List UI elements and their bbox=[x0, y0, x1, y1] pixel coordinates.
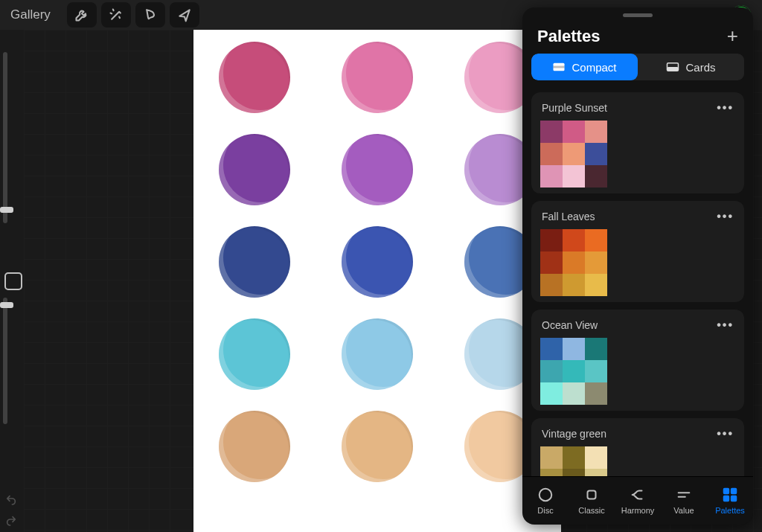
color-swatch[interactable] bbox=[540, 121, 563, 143]
view-cards-label: Cards bbox=[685, 61, 715, 74]
color-swatch[interactable] bbox=[540, 446, 563, 469]
color-swatch[interactable] bbox=[540, 338, 563, 360]
swatch-grid bbox=[540, 446, 744, 476]
svg-rect-11 bbox=[731, 489, 736, 493]
wrench-icon[interactable] bbox=[67, 2, 97, 28]
paint-dot bbox=[219, 318, 290, 390]
brush-size-slider[interactable] bbox=[3, 52, 7, 223]
color-swatch[interactable] bbox=[563, 229, 585, 251]
view-compact[interactable]: Compact bbox=[531, 54, 638, 80]
color-swatch[interactable] bbox=[585, 165, 607, 188]
arrow-move-icon[interactable] bbox=[170, 2, 199, 28]
paint-dot bbox=[219, 42, 290, 113]
color-swatch[interactable] bbox=[585, 360, 607, 382]
paint-dot bbox=[342, 226, 413, 298]
palette-block[interactable]: Ocean View••• bbox=[531, 310, 744, 411]
palette-more-button[interactable]: ••• bbox=[717, 101, 734, 115]
color-swatch[interactable] bbox=[540, 229, 563, 251]
redo-button[interactable] bbox=[3, 513, 19, 529]
tab-disc-label: Disc bbox=[537, 506, 553, 515]
opacity-slider[interactable] bbox=[3, 298, 7, 424]
view-cards[interactable]: Cards bbox=[638, 54, 744, 80]
modify-button[interactable] bbox=[4, 272, 22, 290]
color-swatch[interactable] bbox=[585, 446, 607, 469]
palette-name: Fall Leaves bbox=[542, 211, 595, 222]
view-compact-label: Compact bbox=[572, 61, 616, 74]
undo-button[interactable] bbox=[3, 492, 19, 508]
color-swatch[interactable] bbox=[585, 382, 607, 405]
color-swatch[interactable] bbox=[540, 143, 563, 165]
color-swatch[interactable] bbox=[540, 469, 563, 476]
palette-more-button[interactable]: ••• bbox=[717, 318, 734, 332]
panel-title: Palettes bbox=[537, 27, 600, 46]
panel-tabs: Disc Classic Harmony Value Palettes bbox=[522, 476, 753, 525]
tab-value[interactable]: Value bbox=[661, 477, 707, 525]
color-swatch[interactable] bbox=[563, 143, 585, 165]
color-swatch[interactable] bbox=[585, 338, 607, 360]
view-toggle: Compact Cards bbox=[531, 54, 744, 80]
color-swatch[interactable] bbox=[563, 251, 585, 274]
gallery-button[interactable]: Gallery bbox=[6, 4, 55, 25]
brush-size-thumb[interactable] bbox=[0, 207, 13, 213]
tab-palettes[interactable]: Palettes bbox=[707, 477, 753, 525]
palette-more-button[interactable]: ••• bbox=[717, 210, 734, 223]
palette-block[interactable]: Purple Sunset••• bbox=[531, 92, 744, 193]
color-swatch[interactable] bbox=[563, 274, 585, 296]
color-swatch[interactable] bbox=[540, 274, 563, 296]
opacity-thumb[interactable] bbox=[0, 302, 13, 308]
swatch-grid bbox=[540, 121, 744, 188]
color-swatch[interactable] bbox=[540, 360, 563, 382]
paint-dot bbox=[342, 318, 413, 390]
palette-more-button[interactable]: ••• bbox=[717, 427, 734, 440]
palettes-list[interactable]: Purple Sunset•••Fall Leaves•••Ocean View… bbox=[522, 80, 753, 476]
canvas[interactable] bbox=[193, 30, 561, 532]
color-swatch[interactable] bbox=[540, 251, 563, 274]
selection-icon[interactable] bbox=[135, 2, 165, 28]
add-palette-button[interactable]: + bbox=[727, 25, 738, 48]
color-swatch[interactable] bbox=[563, 165, 585, 188]
color-swatch[interactable] bbox=[585, 251, 607, 274]
palette-name: Purple Sunset bbox=[542, 102, 607, 114]
swatch-grid bbox=[540, 229, 744, 296]
color-swatch[interactable] bbox=[585, 274, 607, 296]
paint-dot bbox=[342, 411, 413, 482]
palette-block[interactable]: Fall Leaves••• bbox=[531, 201, 744, 302]
color-swatch[interactable] bbox=[563, 360, 585, 382]
svg-rect-13 bbox=[731, 496, 736, 501]
magic-wand-icon[interactable] bbox=[101, 2, 131, 28]
tab-classic[interactable]: Classic bbox=[569, 477, 615, 525]
palette-name: Vintage green bbox=[542, 428, 606, 440]
svg-point-6 bbox=[540, 489, 552, 501]
tab-harmony-label: Harmony bbox=[621, 506, 655, 515]
color-swatch[interactable] bbox=[540, 382, 563, 405]
color-swatch[interactable] bbox=[563, 382, 585, 405]
svg-rect-12 bbox=[724, 496, 729, 501]
canvas-area bbox=[193, 30, 561, 532]
tab-classic-label: Classic bbox=[578, 506, 604, 515]
tab-value-label: Value bbox=[673, 506, 694, 515]
tab-palettes-label: Palettes bbox=[715, 506, 745, 515]
paint-dot bbox=[219, 134, 290, 205]
color-swatch[interactable] bbox=[585, 121, 607, 143]
color-swatch[interactable] bbox=[563, 338, 585, 360]
svg-rect-3 bbox=[554, 66, 565, 68]
tab-harmony[interactable]: Harmony bbox=[615, 477, 661, 525]
svg-rect-10 bbox=[724, 489, 729, 493]
paint-dot bbox=[219, 411, 290, 482]
paint-dot bbox=[342, 134, 413, 205]
palettes-panel: Palettes + Compact Cards Purple Sunset••… bbox=[522, 7, 753, 525]
color-swatch[interactable] bbox=[540, 165, 563, 188]
palette-block[interactable]: Vintage green••• bbox=[531, 418, 744, 476]
color-swatch[interactable] bbox=[585, 469, 607, 476]
color-swatch[interactable] bbox=[585, 143, 607, 165]
swatch-grid bbox=[540, 338, 744, 405]
paint-dot bbox=[342, 42, 413, 113]
color-swatch[interactable] bbox=[563, 446, 585, 469]
palette-name: Ocean View bbox=[542, 319, 598, 331]
tab-disc[interactable]: Disc bbox=[522, 477, 569, 525]
svg-rect-7 bbox=[588, 491, 596, 499]
color-swatch[interactable] bbox=[563, 469, 585, 476]
svg-rect-5 bbox=[667, 67, 679, 71]
color-swatch[interactable] bbox=[585, 229, 607, 251]
color-swatch[interactable] bbox=[563, 121, 585, 143]
